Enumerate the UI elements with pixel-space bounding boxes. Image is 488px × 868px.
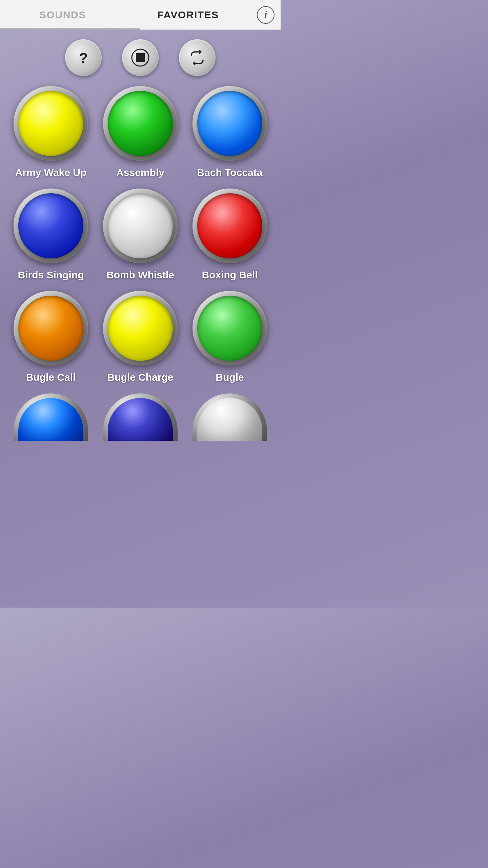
stop-button[interactable] (122, 39, 159, 76)
sound-button-army-wake-up[interactable] (14, 86, 88, 161)
sound-button-bugle-charge[interactable] (103, 291, 178, 366)
partial-inner-partial-blue (18, 398, 83, 441)
stop-icon (131, 48, 149, 67)
info-button[interactable]: i (251, 6, 281, 24)
partial-item-partial-silver[interactable] (185, 393, 274, 441)
partial-inner-partial-silver (197, 398, 262, 441)
sound-item-boxing-bell[interactable]: Boxing Bell (185, 189, 274, 281)
sound-button-inner-bugle-charge (108, 296, 173, 361)
tab-bar: SOUNDS FAVORITES i (0, 0, 281, 30)
sound-button-bomb-whistle[interactable] (103, 189, 178, 263)
sound-item-bach-toccata[interactable]: Bach Toccata (185, 86, 274, 178)
sound-item-bugle[interactable]: Bugle (185, 291, 274, 383)
question-icon: ? (74, 48, 93, 67)
info-icon: i (257, 6, 274, 24)
sound-label-bugle-charge: Bugle Charge (107, 372, 173, 383)
sound-button-bach-toccata[interactable] (192, 86, 267, 161)
partial-row (0, 393, 281, 441)
repeat-button[interactable] (179, 39, 216, 76)
sound-label-assembly: Assembly (116, 167, 164, 178)
repeat-icon (188, 48, 206, 67)
svg-text:?: ? (79, 50, 88, 66)
sound-button-assembly[interactable] (103, 86, 178, 161)
sound-item-army-wake-up[interactable]: Army Wake Up (6, 86, 96, 178)
sound-button-inner-bugle (197, 296, 262, 361)
sound-button-inner-bugle-call (18, 296, 83, 361)
sound-label-army-wake-up: Army Wake Up (15, 167, 87, 178)
svg-rect-2 (136, 53, 145, 62)
sound-item-assembly[interactable]: Assembly (96, 86, 185, 178)
sound-button-inner-bomb-whistle (108, 193, 173, 258)
sound-label-birds-singing: Birds Singing (18, 269, 84, 281)
tab-underline (0, 28, 140, 29)
sound-button-inner-boxing-bell (197, 193, 262, 258)
sound-item-bugle-call[interactable]: Bugle Call (6, 291, 96, 383)
partial-button-partial-indigo[interactable] (103, 393, 178, 441)
tab-sounds[interactable]: SOUNDS (0, 2, 125, 27)
sound-button-bugle[interactable] (192, 291, 267, 366)
sound-item-bugle-charge[interactable]: Bugle Charge (96, 291, 185, 383)
partial-item-partial-indigo[interactable] (96, 393, 185, 441)
sound-button-inner-assembly (108, 91, 173, 156)
sound-button-birds-singing[interactable] (14, 189, 88, 263)
sound-item-bomb-whistle[interactable]: Bomb Whistle (96, 189, 185, 281)
sound-button-inner-birds-singing (18, 193, 83, 258)
partial-item-partial-blue[interactable] (6, 393, 96, 441)
sound-label-bugle: Bugle (216, 372, 244, 383)
sound-label-boxing-bell: Boxing Bell (202, 269, 258, 281)
tab-favorites[interactable]: FAVORITES (125, 2, 251, 27)
sound-item-birds-singing[interactable]: Birds Singing (6, 189, 96, 281)
help-button[interactable]: ? (65, 39, 102, 76)
sound-label-bach-toccata: Bach Toccata (197, 167, 263, 178)
sounds-grid: Army Wake UpAssemblyBach ToccataBirds Si… (0, 83, 281, 393)
sound-button-bugle-call[interactable] (14, 291, 88, 366)
partial-button-partial-silver[interactable] (192, 393, 267, 441)
sound-button-inner-bach-toccata (197, 91, 262, 156)
control-row: ? (0, 30, 281, 83)
partial-inner-partial-indigo (108, 398, 173, 441)
sound-button-inner-army-wake-up (18, 91, 83, 156)
sound-label-bugle-call: Bugle Call (26, 372, 76, 383)
partial-button-partial-blue[interactable] (14, 393, 88, 441)
sound-label-bomb-whistle: Bomb Whistle (106, 269, 174, 281)
sound-button-boxing-bell[interactable] (192, 189, 267, 263)
